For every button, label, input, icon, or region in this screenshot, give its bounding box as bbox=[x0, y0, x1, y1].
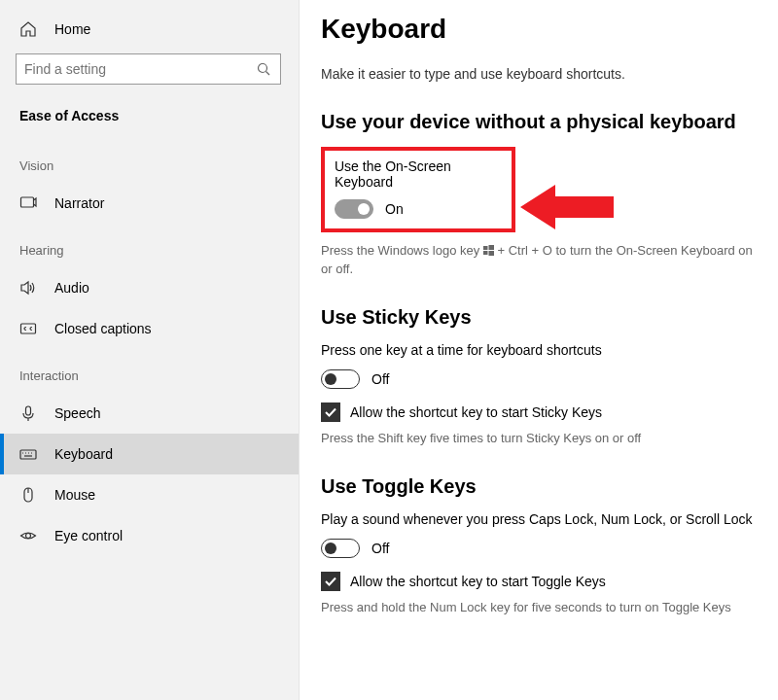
search-box[interactable] bbox=[16, 53, 281, 85]
content: Keyboard Make it easier to type and use … bbox=[300, 0, 778, 700]
svg-rect-18 bbox=[488, 251, 494, 256]
mouse-icon bbox=[19, 486, 37, 504]
home-link[interactable]: Home bbox=[16, 15, 299, 44]
sidebar-item-label: Audio bbox=[54, 280, 89, 296]
sticky-hint: Press the Shift key five times to turn S… bbox=[321, 430, 757, 448]
heading-osk: Use your device without a physical keybo… bbox=[321, 111, 757, 133]
highlight-box: Use the On-Screen Keyboard On bbox=[321, 147, 515, 232]
sidebar-item-label: Eye control bbox=[54, 528, 123, 543]
speech-icon bbox=[19, 404, 37, 422]
sticky-desc: Press one key at a time for keyboard sho… bbox=[321, 342, 757, 358]
sidebar-item-speech[interactable]: Speech bbox=[16, 393, 299, 434]
togglekeys-check-label: Allow the shortcut key to start Toggle K… bbox=[350, 574, 606, 589]
section-osk: Use your device without a physical keybo… bbox=[321, 111, 757, 279]
svg-rect-17 bbox=[483, 251, 488, 255]
home-icon bbox=[19, 20, 37, 38]
togglekeys-state: Off bbox=[371, 541, 389, 556]
sidebar-item-label: Speech bbox=[54, 405, 100, 421]
heading-sticky: Use Sticky Keys bbox=[321, 306, 757, 329]
search-input[interactable] bbox=[24, 61, 255, 77]
section-title: Ease of Access bbox=[16, 102, 299, 129]
svg-point-0 bbox=[258, 63, 266, 72]
keyboard-icon bbox=[19, 445, 37, 463]
togglekeys-shortcut-checkbox[interactable] bbox=[321, 572, 340, 591]
svg-point-14 bbox=[26, 534, 31, 539]
osk-hint: Press the Windows logo key + Ctrl + O to… bbox=[321, 242, 757, 279]
category-vision: Vision bbox=[16, 139, 299, 183]
osk-label: Use the On-Screen Keyboard bbox=[335, 158, 502, 190]
home-label: Home bbox=[54, 21, 90, 37]
sidebar-item-label: Keyboard bbox=[54, 446, 113, 462]
search-icon bbox=[255, 60, 272, 78]
sidebar-item-label: Mouse bbox=[54, 487, 95, 503]
sticky-shortcut-checkbox[interactable] bbox=[321, 402, 340, 422]
svg-line-1 bbox=[265, 71, 269, 75]
closed-captions-icon bbox=[19, 320, 37, 337]
sidebar-item-narrator[interactable]: Narrator bbox=[16, 183, 299, 224]
togglekeys-toggle[interactable] bbox=[321, 539, 360, 558]
sidebar-item-audio[interactable]: Audio bbox=[16, 267, 299, 308]
sticky-state: Off bbox=[371, 371, 389, 387]
svg-rect-4 bbox=[26, 406, 31, 415]
sticky-check-label: Allow the shortcut key to start Sticky K… bbox=[350, 404, 602, 420]
svg-rect-15 bbox=[483, 246, 488, 250]
category-hearing: Hearing bbox=[16, 224, 299, 267]
sidebar-item-mouse[interactable]: Mouse bbox=[16, 474, 299, 515]
svg-rect-16 bbox=[488, 245, 494, 250]
sidebar: Home Ease of Access Vision Narrator Hear… bbox=[0, 0, 300, 700]
heading-toggle-keys: Use Toggle Keys bbox=[321, 475, 757, 498]
sidebar-item-closed-captions[interactable]: Closed captions bbox=[16, 308, 299, 349]
page-subtitle: Make it easier to type and use keyboard … bbox=[321, 66, 757, 82]
sidebar-item-keyboard[interactable]: Keyboard bbox=[0, 434, 299, 474]
sticky-toggle[interactable] bbox=[321, 369, 360, 389]
toggle-desc: Play a sound whenever you press Caps Loc… bbox=[321, 511, 757, 527]
sidebar-item-eye-control[interactable]: Eye control bbox=[16, 515, 299, 556]
section-sticky: Use Sticky Keys Press one key at a time … bbox=[321, 306, 757, 448]
section-toggle-keys: Use Toggle Keys Play a sound whenever yo… bbox=[321, 475, 757, 617]
sidebar-item-label: Narrator bbox=[54, 195, 104, 211]
sidebar-item-label: Closed captions bbox=[54, 321, 152, 336]
page-title: Keyboard bbox=[321, 14, 757, 45]
osk-toggle[interactable] bbox=[335, 199, 373, 219]
svg-rect-2 bbox=[21, 197, 34, 207]
osk-state: On bbox=[385, 201, 404, 217]
category-interaction: Interaction bbox=[16, 349, 299, 393]
audio-icon bbox=[19, 279, 37, 297]
narrator-icon bbox=[19, 194, 37, 212]
togglekeys-hint: Press and hold the Num Lock key for five… bbox=[321, 599, 757, 617]
eye-control-icon bbox=[19, 527, 37, 544]
svg-rect-6 bbox=[20, 450, 36, 459]
svg-rect-3 bbox=[21, 324, 36, 333]
windows-key-icon bbox=[483, 243, 494, 254]
